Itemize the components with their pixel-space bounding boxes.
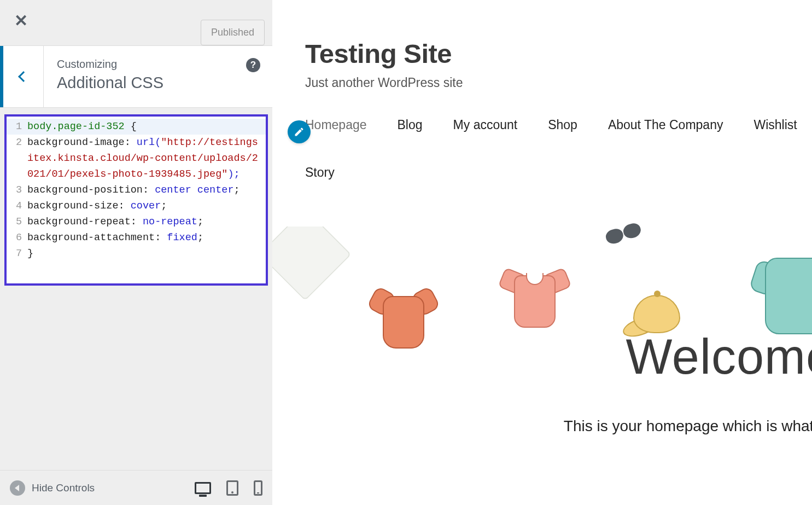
desktop-icon[interactable] xyxy=(195,482,211,494)
site-title: Testing Site xyxy=(305,38,812,69)
line-number: 2 xyxy=(7,135,27,182)
phone-icon[interactable] xyxy=(254,480,262,496)
nav-shop[interactable]: Shop xyxy=(548,118,577,132)
code-line: 1 body.page-id-352 { xyxy=(7,119,266,135)
nav-home[interactable]: Homepage xyxy=(305,118,367,132)
decor-tshirt-pink xyxy=(502,265,568,336)
nav-blog[interactable]: Blog xyxy=(398,118,423,132)
tablet-icon[interactable] xyxy=(226,480,238,496)
code-text: } xyxy=(27,246,266,262)
decor-sunglasses xyxy=(606,224,650,251)
code-line: 7 } xyxy=(7,246,266,262)
header-text: Customizing Additional CSS ? xyxy=(44,46,272,107)
nav-wishlist[interactable]: Wishlist xyxy=(753,118,797,132)
device-switcher xyxy=(195,480,262,496)
nav-about[interactable]: About The Company xyxy=(608,118,723,132)
line-number: 3 xyxy=(7,182,27,198)
close-icon[interactable]: ✕ xyxy=(14,20,28,21)
site-header: Testing Site Just another WordPress site xyxy=(272,0,812,90)
line-number: 1 xyxy=(7,119,27,135)
code-text: background-attachment: fixed; xyxy=(27,230,266,246)
code-text: background-image: url("http://testingsit… xyxy=(27,135,266,182)
code-text: background-size: cover; xyxy=(27,198,266,214)
code-text: background-position: center center; xyxy=(27,182,266,198)
decor-jacket xyxy=(757,252,812,340)
code-line: 6 background-attachment: fixed; xyxy=(7,230,266,246)
code-line: 2 background-image: url("http://testings… xyxy=(7,135,266,182)
panel-header: Customizing Additional CSS ? xyxy=(0,46,272,108)
customizer-panel: ✕ Published Customizing Additional CSS ?… xyxy=(0,0,272,505)
section-title: Additional CSS xyxy=(57,74,259,92)
code-text: body.page-id-352 { xyxy=(27,119,266,135)
line-number: 6 xyxy=(7,230,27,246)
pencil-icon xyxy=(294,126,305,137)
decor-pillow xyxy=(272,214,352,301)
edit-shortcut-button[interactable] xyxy=(288,120,311,143)
hero-subtext: This is your homepage which is what most… xyxy=(564,417,812,435)
collapse-icon[interactable] xyxy=(10,480,25,496)
hero-heading: Welcome xyxy=(626,329,812,385)
customizing-label: Customizing xyxy=(57,58,259,71)
decor-tshirt-red xyxy=(371,285,436,356)
panel-topbar: ✕ Published xyxy=(0,0,272,46)
nav-account[interactable]: My account xyxy=(453,118,518,132)
site-preview: Testing Site Just another WordPress site… xyxy=(272,0,812,505)
line-number: 5 xyxy=(7,214,27,230)
code-text: background-repeat: no-repeat; xyxy=(27,214,266,230)
css-editor[interactable]: 1 body.page-id-352 { 2 background-image:… xyxy=(4,114,268,286)
hide-controls-button[interactable]: Hide Controls xyxy=(32,482,95,494)
code-line: 3 background-position: center center; xyxy=(7,182,266,198)
hero-section: Welcome This is your homepage which is w… xyxy=(272,214,812,444)
chevron-left-icon xyxy=(18,71,29,82)
publish-button[interactable]: Published xyxy=(201,20,265,45)
code-line: 5 background-repeat: no-repeat; xyxy=(7,214,266,230)
site-tagline: Just another WordPress site xyxy=(305,76,812,90)
app-root: ✕ Published Customizing Additional CSS ?… xyxy=(0,0,812,505)
help-icon[interactable]: ? xyxy=(246,58,260,72)
line-number: 4 xyxy=(7,198,27,214)
code-line: 4 background-size: cover; xyxy=(7,198,266,214)
line-number: 7 xyxy=(7,246,27,262)
primary-nav: Homepage Blog My account Shop About The … xyxy=(272,90,797,180)
back-button[interactable] xyxy=(0,46,44,107)
panel-footer: Hide Controls xyxy=(0,470,272,505)
nav-story[interactable]: Story xyxy=(305,165,335,180)
